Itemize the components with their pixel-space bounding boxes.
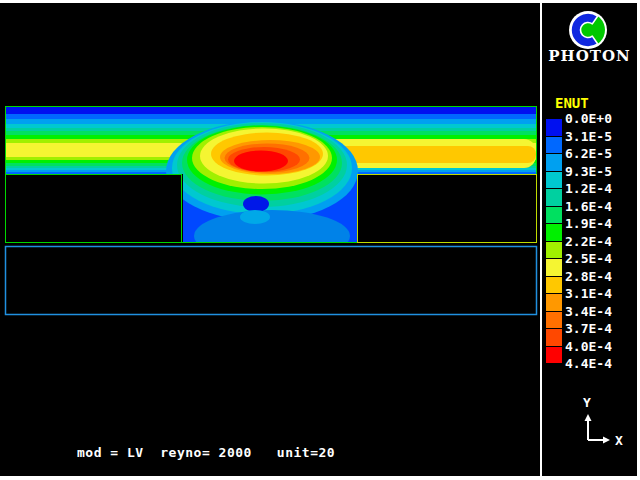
legend-swatch [546, 242, 562, 259]
legend-level-label: 3.1E-5 [565, 128, 612, 146]
app-title: PHOTON [541, 47, 638, 65]
legend-title: ENUT [555, 95, 589, 111]
legend-level-label: 3.7E-4 [565, 320, 612, 338]
legend-level-label: 0.0E+0 [565, 110, 612, 128]
legend-level-label: 2.8E-4 [565, 268, 612, 286]
axis-y-label: Y [583, 395, 591, 410]
legend-labels: 0.0E+03.1E-56.2E-59.3E-51.2E-41.6E-41.9E… [565, 110, 612, 373]
legend-level-label: 4.4E-4 [565, 355, 612, 373]
right-block [358, 175, 537, 243]
legend-swatch [546, 137, 562, 154]
axis-x-label: X [615, 433, 623, 448]
window-border-bottom [0, 476, 640, 480]
legend-level-label: 9.3E-5 [565, 163, 612, 181]
legend-swatch [546, 347, 562, 364]
legend-level-label: 1.6E-4 [565, 198, 612, 216]
window-border-top [0, 0, 640, 3]
legend-swatch [546, 189, 562, 206]
axis-indicator: Y X [575, 393, 637, 453]
legend-level-label: 4.0E-4 [565, 338, 612, 356]
legend-swatch [546, 207, 562, 224]
legend-swatch [546, 119, 562, 136]
legend-swatch [546, 259, 562, 276]
legend-level-label: 6.2E-5 [565, 145, 612, 163]
legend-swatch [546, 312, 562, 329]
lower-box [6, 247, 537, 315]
contour-plot [0, 0, 640, 480]
panel-separator [540, 0, 542, 480]
legend-swatch [546, 329, 562, 346]
legend-swatches [546, 119, 562, 364]
legend-swatch [546, 172, 562, 189]
legend-swatch [546, 224, 562, 241]
legend-level-label: 1.9E-4 [565, 215, 612, 233]
legend-level-label: 3.1E-4 [565, 285, 612, 303]
legend-level-label: 2.2E-4 [565, 233, 612, 251]
legend-level-label: 2.5E-4 [565, 250, 612, 268]
legend-swatch [546, 294, 562, 311]
status-line: mod = LV reyno= 2000 unit=20 [77, 445, 335, 460]
photon-logo-icon [566, 8, 610, 52]
legend-swatch [546, 154, 562, 171]
legend-level-label: 3.4E-4 [565, 303, 612, 321]
left-block [6, 175, 182, 243]
legend-level-label: 1.2E-4 [565, 180, 612, 198]
photon-window: PHOTON ENUT 0.0E+03.1E-56.2E-59.3E-51.2E… [0, 0, 640, 480]
legend-swatch [546, 277, 562, 294]
